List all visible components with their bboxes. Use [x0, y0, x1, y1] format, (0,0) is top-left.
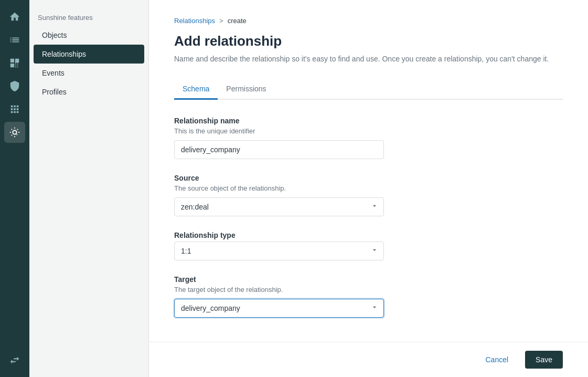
sidebar-section-title: Sunshine features [29, 4, 148, 26]
source-hint: The source object of the relationship. [174, 184, 384, 192]
sidebar-item-relationships[interactable]: Relationships [34, 45, 144, 64]
page-title: Add relationship [174, 33, 563, 49]
icon-rail [0, 0, 29, 377]
apps-icon[interactable] [4, 99, 25, 120]
relationship-type-field: Relationship type 1:1 1:N N:N [174, 231, 384, 260]
target-select[interactable]: delivery_company zen:user zen:ticket zen… [174, 299, 384, 318]
breadcrumb-link[interactable]: Relationships [174, 17, 215, 25]
source-label: Source [174, 174, 384, 182]
tab-permissions[interactable]: Permissions [218, 79, 274, 100]
target-select-wrapper: delivery_company zen:user zen:ticket zen… [174, 299, 384, 318]
relationship-name-field: Relationship name This is the unique ide… [174, 117, 384, 159]
source-select[interactable]: zen:deal zen:user zen:ticket zen:organiz… [174, 197, 384, 216]
cancel-button[interactable]: Cancel [475, 351, 519, 369]
source-field: Source The source object of the relation… [174, 174, 384, 216]
breadcrumb-separator: > [219, 17, 223, 25]
transfer-icon[interactable] [4, 350, 25, 371]
target-field: Target The target object of the relation… [174, 275, 384, 318]
relationship-type-select[interactable]: 1:1 1:N N:N [174, 242, 384, 260]
workspace-icon[interactable] [4, 53, 25, 74]
tabs: Schema Permissions [174, 79, 563, 100]
sidebar: Sunshine features Objects Relationships … [29, 0, 149, 377]
sidebar-item-profiles[interactable]: Profiles [34, 82, 144, 101]
relationship-type-select-wrapper: 1:1 1:N N:N [174, 242, 384, 260]
page-description: Name and describe the relationship so it… [174, 54, 563, 65]
relationship-type-label: Relationship type [174, 231, 384, 239]
target-label: Target [174, 275, 384, 284]
main-content: Relationships > create Add relationship … [149, 0, 588, 377]
source-select-wrapper: zen:deal zen:user zen:ticket zen:organiz… [174, 197, 384, 216]
relationship-name-label: Relationship name [174, 117, 384, 125]
content-area: Relationships > create Add relationship … [149, 0, 588, 342]
tab-schema[interactable]: Schema [174, 79, 218, 100]
sunshine-icon[interactable] [4, 122, 25, 143]
relationship-name-input[interactable] [174, 140, 384, 159]
sidebar-item-events[interactable]: Events [34, 64, 144, 82]
save-button[interactable]: Save [525, 351, 563, 369]
shield-icon[interactable] [4, 76, 25, 97]
breadcrumb-current: create [228, 17, 247, 25]
home-icon[interactable] [4, 6, 25, 27]
footer: Cancel Save [149, 342, 588, 377]
sidebar-item-objects[interactable]: Objects [34, 26, 144, 45]
breadcrumb: Relationships > create [174, 17, 563, 25]
reporting-icon[interactable] [4, 29, 25, 50]
relationship-name-hint: This is the unique identifier [174, 127, 384, 135]
target-hint: The target object of the relationship. [174, 286, 384, 294]
